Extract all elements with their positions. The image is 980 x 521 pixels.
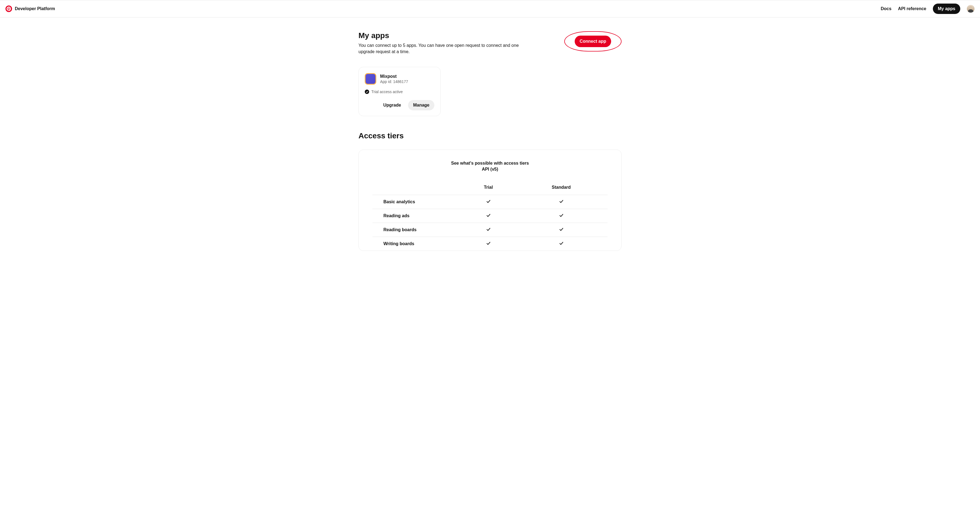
table-row: Basic analytics bbox=[372, 195, 608, 209]
standard-cell bbox=[515, 195, 608, 209]
app-name: Mixpost bbox=[380, 74, 408, 79]
access-tiers-title: Access tiers bbox=[358, 132, 622, 140]
col-standard: Standard bbox=[515, 182, 608, 195]
tiers-table: Trial Standard Basic analyticsReading ad… bbox=[372, 182, 608, 251]
nav-my-apps[interactable]: My apps bbox=[933, 3, 960, 14]
app-card: Mixpost App id: 1486177 Trial access act… bbox=[358, 67, 441, 116]
tiers-head-line1: See what's possible with access tiers bbox=[372, 161, 608, 166]
status-text: Trial access active bbox=[371, 90, 403, 94]
check-icon bbox=[559, 199, 564, 204]
standard-cell bbox=[515, 237, 608, 251]
avatar[interactable] bbox=[967, 5, 975, 13]
tiers-card: See what's possible with access tiers AP… bbox=[358, 149, 622, 251]
page-title: My apps bbox=[358, 31, 534, 40]
app-icon bbox=[365, 73, 376, 85]
nav-docs[interactable]: Docs bbox=[881, 6, 891, 11]
check-icon bbox=[486, 199, 491, 204]
connect-app-button[interactable]: Connect app bbox=[575, 36, 611, 47]
trial-cell bbox=[462, 195, 515, 209]
feature-cell: Writing boards bbox=[372, 237, 462, 251]
check-icon bbox=[559, 241, 564, 246]
check-icon bbox=[486, 241, 491, 246]
app-card-meta: Mixpost App id: 1486177 bbox=[380, 74, 408, 84]
standard-cell bbox=[515, 223, 608, 237]
status-row: Trial access active bbox=[365, 90, 434, 94]
trial-cell bbox=[462, 209, 515, 223]
feature-cell: Reading boards bbox=[372, 223, 462, 237]
tiers-head-line2: API (v5) bbox=[372, 167, 608, 172]
connect-app-highlight: Connect app bbox=[564, 31, 622, 51]
nav-api-reference[interactable]: API reference bbox=[898, 6, 926, 11]
standard-cell bbox=[515, 209, 608, 223]
platform-title[interactable]: Developer Platform bbox=[15, 6, 55, 11]
page-subtitle: You can connect up to 5 apps. You can ha… bbox=[358, 42, 534, 55]
table-row: Reading boards bbox=[372, 223, 608, 237]
upgrade-button[interactable]: Upgrade bbox=[381, 100, 404, 110]
col-trial: Trial bbox=[462, 182, 515, 195]
trial-cell bbox=[462, 237, 515, 251]
check-icon bbox=[486, 213, 491, 218]
header-nav: Docs API reference My apps bbox=[881, 3, 975, 14]
check-icon bbox=[486, 227, 491, 232]
app-card-header: Mixpost App id: 1486177 bbox=[365, 73, 434, 85]
card-actions: Upgrade Manage bbox=[365, 100, 434, 110]
page-head: My apps You can connect up to 5 apps. Yo… bbox=[358, 31, 622, 55]
main-container: My apps You can connect up to 5 apps. Yo… bbox=[353, 17, 627, 262]
page-head-text: My apps You can connect up to 5 apps. Yo… bbox=[358, 31, 534, 55]
header-left: Developer Platform bbox=[5, 5, 55, 12]
feature-cell: Reading ads bbox=[372, 209, 462, 223]
trial-cell bbox=[462, 223, 515, 237]
check-icon bbox=[559, 227, 564, 232]
table-row: Reading ads bbox=[372, 209, 608, 223]
check-circle-icon bbox=[365, 90, 369, 94]
col-feature bbox=[372, 182, 462, 195]
feature-cell: Basic analytics bbox=[372, 195, 462, 209]
pinterest-logo-icon[interactable] bbox=[5, 5, 12, 12]
tiers-card-head: See what's possible with access tiers AP… bbox=[372, 161, 608, 172]
app-icon-inner bbox=[366, 74, 375, 84]
table-row: Writing boards bbox=[372, 237, 608, 251]
manage-button[interactable]: Manage bbox=[408, 100, 434, 110]
header: Developer Platform Docs API reference My… bbox=[0, 0, 980, 17]
check-icon bbox=[559, 213, 564, 218]
app-id: App id: 1486177 bbox=[380, 79, 408, 84]
